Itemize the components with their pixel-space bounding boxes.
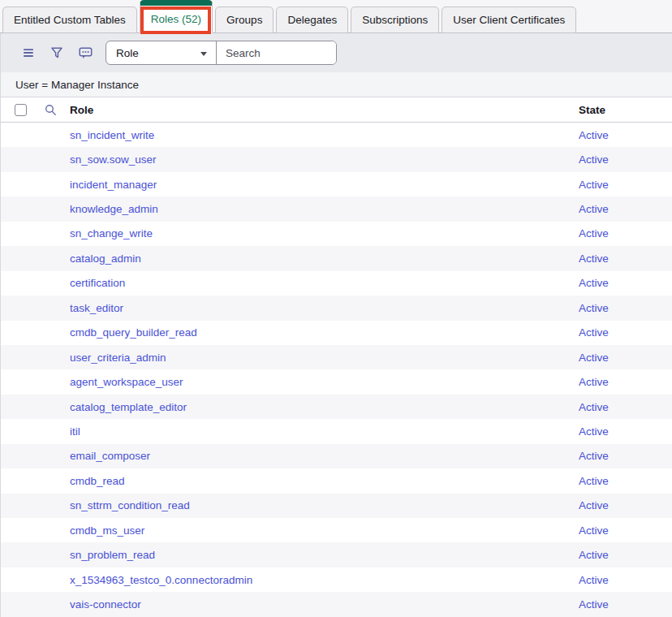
table-row: task_editor Active <box>1 296 672 320</box>
state-link[interactable]: Active <box>571 598 672 611</box>
role-link[interactable]: itil <box>62 425 571 438</box>
role-link[interactable]: certification <box>62 277 571 289</box>
table-row: itil Active <box>1 419 672 443</box>
tab-label: Delegates <box>287 14 337 26</box>
role-link[interactable]: sn_sow.sow_user <box>62 153 571 166</box>
filter-icon[interactable] <box>47 43 67 63</box>
table-row: cmdb_ms_user Active <box>1 518 672 542</box>
role-link[interactable]: x_1534963_testco_0.connectoradmin <box>62 574 571 586</box>
tab-groups[interactable]: Groups <box>215 6 274 33</box>
state-link[interactable]: Active <box>571 401 672 413</box>
select-all-checkbox[interactable] <box>15 104 27 116</box>
role-link[interactable]: task_editor <box>62 302 571 314</box>
table-row: sn_sow.sow_user Active <box>1 147 672 171</box>
search-input[interactable] <box>217 41 336 64</box>
table-row: sn_incident_write Active <box>1 123 672 147</box>
breadcrumb-text: User = Manager Instance <box>15 79 139 91</box>
role-link[interactable]: vais-connector <box>62 598 571 611</box>
state-link[interactable]: Active <box>571 450 672 462</box>
tab-delegates[interactable]: Delegates <box>276 6 348 33</box>
role-link[interactable]: sn_sttrm_condition_read <box>62 499 571 511</box>
tab-roles-52[interactable]: Roles (52) <box>140 0 213 33</box>
state-link[interactable]: Active <box>571 302 672 314</box>
role-link[interactable]: agent_workspace_user <box>62 376 571 388</box>
role-link[interactable]: catalog_admin <box>62 252 571 265</box>
state-link[interactable]: Active <box>571 425 672 438</box>
state-link[interactable]: Active <box>571 153 672 166</box>
state-link[interactable]: Active <box>571 524 672 537</box>
search-field-value: Role <box>116 47 139 59</box>
tab-bar: Entitled Custom Tables Roles (52) Groups… <box>0 0 672 33</box>
tab-entitled-custom-tables[interactable]: Entitled Custom Tables <box>2 6 137 33</box>
state-link[interactable]: Active <box>571 499 672 511</box>
table-row: sn_sttrm_condition_read Active <box>1 494 672 518</box>
tab-user-client-certificates[interactable]: User Client Certificates <box>442 6 576 33</box>
state-link[interactable]: Active <box>571 574 672 586</box>
search-combo: Role <box>106 41 337 65</box>
role-link[interactable]: cmdb_read <box>62 475 571 487</box>
search-field-dropdown[interactable]: Role <box>106 41 217 64</box>
tab-label: Subscriptions <box>362 14 428 26</box>
list-body: sn_incident_write Active sn_sow.sow_user… <box>1 123 672 617</box>
state-link[interactable]: Active <box>571 227 672 239</box>
state-link[interactable]: Active <box>571 376 672 388</box>
role-link[interactable]: cmdb_query_builder_read <box>62 326 571 339</box>
tab-label: Roles (52) <box>151 13 201 25</box>
table-row: catalog_admin Active <box>1 246 672 270</box>
column-header-role[interactable]: Role <box>62 104 571 116</box>
table-row: incident_manager Active <box>1 172 672 196</box>
state-link[interactable]: Active <box>571 475 672 487</box>
table-row: x_1534963_testco_0.connectoradmin Active <box>1 567 672 592</box>
table-row: user_criteria_admin Active <box>1 345 672 369</box>
table-row: knowledge_admin Active <box>1 196 672 221</box>
search-icon[interactable] <box>41 100 60 119</box>
state-link[interactable]: Active <box>571 203 672 215</box>
tab-label: Groups <box>226 14 262 26</box>
state-link[interactable]: Active <box>571 326 672 339</box>
table-row: cmdb_read Active <box>1 468 672 493</box>
chat-bubble-icon[interactable] <box>75 43 95 63</box>
tab-label: User Client Certificates <box>453 14 565 26</box>
state-link[interactable]: Active <box>571 549 672 561</box>
list-menu-icon[interactable] <box>19 43 38 63</box>
table-row: sn_problem_read Active <box>1 542 672 567</box>
state-link[interactable]: Active <box>571 129 672 141</box>
column-header-state[interactable]: State <box>571 104 672 116</box>
state-link[interactable]: Active <box>571 252 672 265</box>
role-link[interactable]: user_criteria_admin <box>62 352 571 364</box>
caret-down-icon <box>200 52 207 56</box>
table-row: agent_workspace_user Active <box>1 369 672 394</box>
table-row: catalog_template_editor Active <box>1 395 672 419</box>
state-link[interactable]: Active <box>571 179 672 191</box>
related-list-panel: Role User = Manager Instance Role State … <box>0 33 672 617</box>
list-breadcrumb[interactable]: User = Manager Instance <box>1 72 672 97</box>
table-row: sn_change_write Active <box>1 222 672 246</box>
table-row: email_composer Active <box>1 444 672 468</box>
table-row: vais-connector Active <box>1 592 672 616</box>
role-link[interactable]: incident_manager <box>62 179 571 191</box>
tab-subscriptions[interactable]: Subscriptions <box>351 6 439 33</box>
role-link[interactable]: sn_change_write <box>62 227 571 239</box>
table-row: cmdb_query_builder_read Active <box>1 321 672 345</box>
table-row: certification Active <box>1 271 672 296</box>
role-link[interactable]: knowledge_admin <box>62 203 571 215</box>
role-link[interactable]: email_composer <box>62 450 571 462</box>
role-link[interactable]: catalog_template_editor <box>62 401 571 413</box>
list-toolbar: Role <box>1 33 672 72</box>
tab-label: Entitled Custom Tables <box>14 14 126 26</box>
role-link[interactable]: sn_problem_read <box>62 549 571 561</box>
role-link[interactable]: sn_incident_write <box>62 129 571 141</box>
role-link[interactable]: cmdb_ms_user <box>62 524 571 537</box>
list-header: Role State <box>1 97 672 123</box>
state-link[interactable]: Active <box>571 352 672 364</box>
state-link[interactable]: Active <box>571 277 672 289</box>
